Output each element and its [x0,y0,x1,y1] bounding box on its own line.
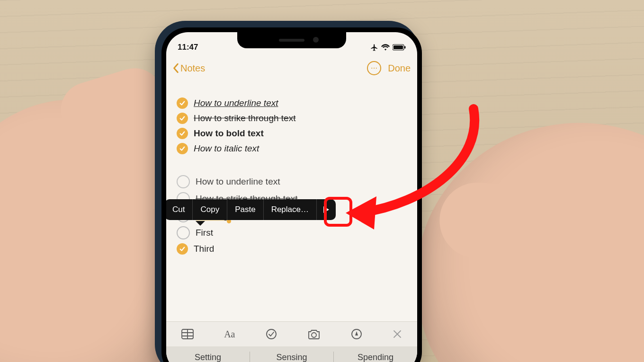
checkbox-checked-icon[interactable] [177,143,188,154]
prediction-button[interactable]: Sensing [250,353,333,362]
checklist-button[interactable] [266,328,277,340]
checklist-row-obscured[interactable]: How to underline text [177,175,407,188]
checkbox-unchecked-icon[interactable] [177,226,190,239]
airplane-mode-icon [370,44,378,52]
menu-paste[interactable]: Paste [227,199,263,220]
checklist-text[interactable]: How to underline text [196,177,280,187]
back-button[interactable]: Notes [173,63,205,74]
phone-notch-icon [237,32,346,48]
checklist-row[interactable]: How to underline text [177,97,407,109]
svg-rect-2 [404,46,406,49]
svg-point-8 [267,329,276,339]
svg-marker-3 [323,206,329,213]
checkbox-checked-icon[interactable] [177,113,188,124]
checklist-icon [266,328,277,340]
checklist-row[interactable]: First [177,226,407,239]
close-toolbar-button[interactable] [393,329,402,339]
markup-icon [351,328,362,340]
checklist-text[interactable]: How to bold text [194,128,264,139]
menu-cut[interactable]: Cut [166,199,193,220]
camera-icon [307,329,321,339]
prediction-button[interactable]: Spending [334,353,417,362]
checklist-text[interactable]: First [196,228,213,238]
checkbox-checked-icon[interactable] [177,128,188,139]
checklist-text[interactable]: How to underline text [194,98,278,108]
camera-button[interactable] [307,329,321,339]
menu-replace[interactable]: Replace… [264,199,317,220]
checklist-text[interactable]: How to italic text [194,143,259,154]
scene: 11:47 Notes ⋯ [0,0,644,362]
table-button[interactable] [181,329,194,339]
phone-frame: 11:47 Notes ⋯ [155,21,419,362]
ellipsis-icon: ⋯ [371,65,378,71]
svg-point-9 [312,333,316,337]
done-button[interactable]: Done [388,63,411,74]
text-format-button[interactable]: Aa [224,329,235,340]
status-time: 11:47 [178,43,198,52]
checklist-row[interactable]: Third [177,243,407,255]
nav-bar: Notes ⋯ Done [166,58,417,79]
chevron-left-icon [173,63,179,73]
checklist-text[interactable]: How to strike through text [194,113,295,124]
phone-bezel: 11:47 Notes ⋯ [161,27,422,362]
text-edit-menu: Cut Copy Paste Replace… [166,199,336,220]
menu-more-button[interactable] [317,199,336,220]
markup-button[interactable] [351,328,362,340]
battery-icon [393,44,406,51]
checklist-row[interactable]: How to bold text [177,128,407,139]
menu-pointer-icon [196,221,205,226]
checklist-row[interactable]: How to italic text [177,143,407,154]
wifi-icon [381,44,390,51]
triangle-right-icon [323,206,329,213]
keyboard-toolbar: Aa [166,321,417,346]
checklist-text[interactable]: Third [194,244,214,254]
menu-copy[interactable]: Copy [193,199,227,220]
back-label: Notes [180,63,205,74]
checkbox-checked-icon[interactable] [177,97,188,109]
more-button[interactable]: ⋯ [367,61,381,75]
close-icon [393,329,402,339]
prediction-button[interactable]: Setting [166,353,250,362]
right-hand [402,107,644,362]
predictive-bar: Setting Sensing Spending [166,346,417,362]
checkbox-checked-icon[interactable] [177,243,188,255]
table-icon [181,329,194,339]
svg-rect-1 [394,45,403,49]
phone-screen: 11:47 Notes ⋯ [166,32,417,362]
checkbox-unchecked-icon[interactable] [177,175,190,188]
status-icons [370,44,406,52]
checklist-row[interactable]: How to strike through text [177,113,407,124]
